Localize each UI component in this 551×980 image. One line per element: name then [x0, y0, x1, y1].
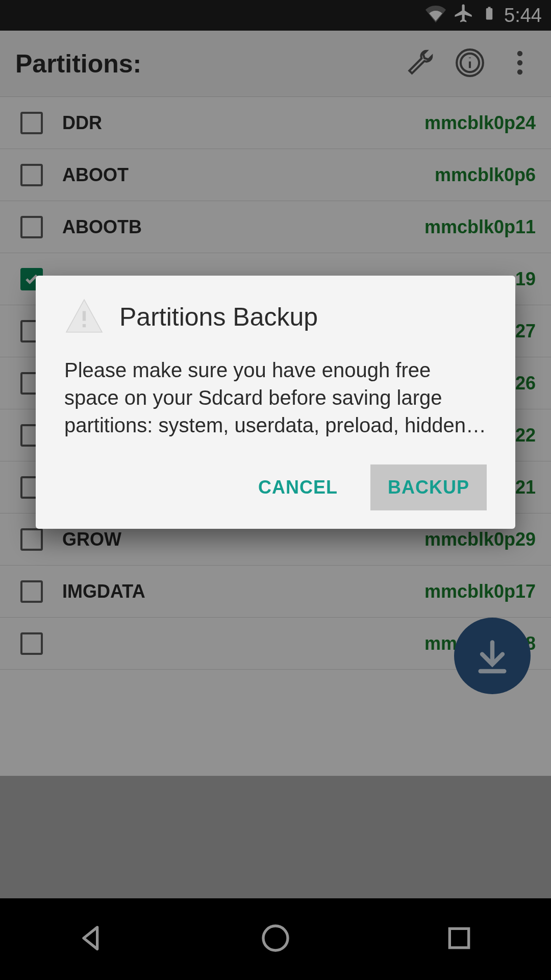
- dialog-title: Partitions Backup: [119, 302, 318, 332]
- screen: 5:44 Partitions: DDRmmcblk0p24ABOOTmmcbl…: [0, 0, 551, 980]
- backup-button[interactable]: BACKUP: [370, 464, 487, 510]
- cancel-button[interactable]: CANCEL: [241, 464, 355, 510]
- svg-rect-10: [83, 324, 86, 327]
- svg-rect-9: [83, 311, 86, 321]
- dialog-body: Please make sure you have enough free sp…: [64, 356, 487, 439]
- warning-icon: [64, 298, 104, 336]
- backup-dialog: Partitions Backup Please make sure you h…: [36, 276, 515, 529]
